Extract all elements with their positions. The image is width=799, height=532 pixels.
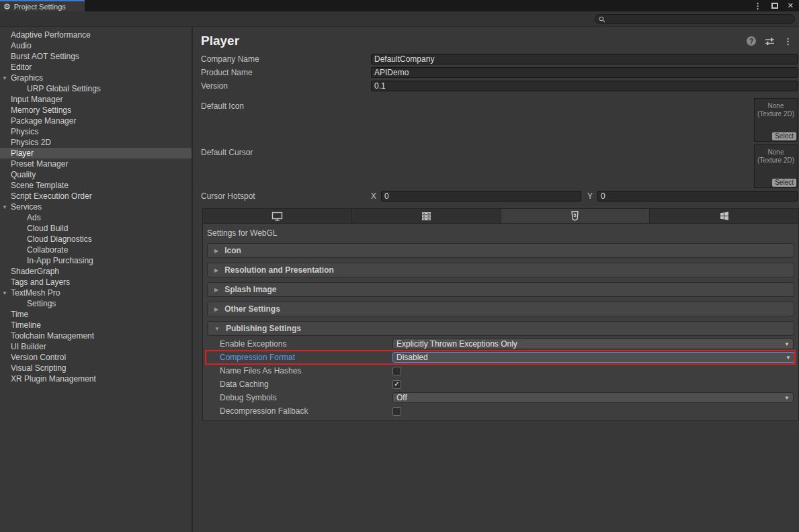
compression-format-label: Compression Format xyxy=(220,353,392,362)
sidebar-item-label: Collaborate xyxy=(27,245,68,255)
sidebar-item[interactable]: Cloud Diagnostics xyxy=(0,234,192,245)
search-input[interactable] xyxy=(607,15,794,24)
foldout-section[interactable]: ▶ Icon xyxy=(207,243,794,258)
sidebar-item[interactable]: Time xyxy=(0,309,192,320)
search-box[interactable] xyxy=(595,14,795,24)
sidebar-item[interactable]: Version Control xyxy=(0,352,192,363)
debug-symbols-label: Debug Symbols xyxy=(220,393,392,402)
company-name-label: Company Name xyxy=(201,54,371,64)
tab-standalone[interactable] xyxy=(203,209,352,223)
foldout-open-icon[interactable]: ▼ xyxy=(2,75,7,81)
sidebar-item[interactable]: Physics xyxy=(0,126,192,137)
data-caching-label: Data Caching xyxy=(220,380,392,389)
sidebar-item[interactable]: Cloud Build xyxy=(0,223,192,234)
sidebar-item-label: Adaptive Performance xyxy=(11,30,91,40)
monitor-icon xyxy=(271,212,283,221)
sidebar-item[interactable]: Toolchain Management xyxy=(0,330,192,341)
product-name-field[interactable]: APIDemo xyxy=(371,67,798,78)
data-caching-checkbox[interactable]: ✓ xyxy=(392,380,401,389)
sidebar-item[interactable]: Player xyxy=(0,148,192,159)
sidebar-item-label: TextMesh Pro xyxy=(11,288,60,298)
player-settings-panel: Player ? ⋮ Company Name DefaultCompan xyxy=(193,27,799,532)
foldout-expanded-icon: ▼ xyxy=(214,326,220,332)
sidebar-item[interactable]: Adaptive Performance xyxy=(0,30,192,40)
decompression-fallback-checkbox[interactable] xyxy=(392,407,401,416)
version-field[interactable]: 0.1 xyxy=(371,81,798,91)
tab-dedicated-server[interactable] xyxy=(352,209,501,223)
sidebar-item-label: Physics xyxy=(11,127,38,136)
default-cursor-select-button[interactable]: Select xyxy=(772,179,796,187)
sidebar-item[interactable]: ▼ TextMesh Pro xyxy=(0,287,192,298)
sidebar-item[interactable]: Visual Scripting xyxy=(0,363,192,373)
foldout-section[interactable]: ▶ Resolution and Presentation xyxy=(207,263,794,277)
sidebar-item-label: Input Manager xyxy=(11,95,62,104)
tab-project-settings[interactable]: ⚙ Project Settings xyxy=(0,0,85,11)
project-settings-window: ⚙ Project Settings ⋮ ✕ Adaptive Performa… xyxy=(0,0,799,532)
sidebar-item[interactable]: Settings xyxy=(0,298,192,309)
sidebar-item[interactable]: ▼ Services xyxy=(0,202,192,212)
compression-format-dropdown[interactable]: Disabled ▼ xyxy=(392,352,795,363)
presets-icon[interactable] xyxy=(765,37,775,46)
close-icon[interactable]: ✕ xyxy=(788,2,794,9)
foldout-section[interactable]: ▶ Splash Image xyxy=(207,282,794,297)
sidebar-item[interactable]: ShaderGraph xyxy=(0,266,192,277)
platform-tab-strip: 5 xyxy=(202,208,799,223)
sidebar-item-label: ShaderGraph xyxy=(11,267,59,276)
sidebar-item[interactable]: Package Manager xyxy=(0,116,192,126)
enable-exceptions-row: Enable Exceptions Explicitly Thrown Exce… xyxy=(203,337,794,351)
identity-fields: Company Name DefaultCompany Product Name… xyxy=(193,52,799,93)
enable-exceptions-label: Enable Exceptions xyxy=(220,339,392,349)
sidebar-item[interactable]: Input Manager xyxy=(0,94,192,105)
windows-icon xyxy=(720,212,729,220)
foldout-open-icon[interactable]: ▼ xyxy=(2,290,7,296)
sidebar-item[interactable]: Quality xyxy=(0,169,192,180)
sidebar-item[interactable]: Script Execution Order xyxy=(0,191,192,202)
sidebar-item-label: Visual Scripting xyxy=(11,363,67,373)
sidebar-item[interactable]: URP Global Settings xyxy=(0,83,192,94)
sidebar-item[interactable]: Editor xyxy=(0,62,192,73)
sidebar-item[interactable]: Ads xyxy=(0,212,192,223)
window-menu-icon[interactable]: ⋮ xyxy=(754,2,762,10)
sidebar-item[interactable]: Physics 2D xyxy=(0,137,192,148)
sidebar-item-label: Toolchain Management xyxy=(11,331,94,341)
sidebar-item[interactable]: Timeline xyxy=(0,320,192,330)
sidebar-item-label: Memory Settings xyxy=(11,105,71,115)
hotspot-x-field[interactable]: 0 xyxy=(381,191,581,202)
titlebar: ⚙ Project Settings ⋮ ✕ xyxy=(0,0,799,11)
sidebar-item[interactable]: ▼ Graphics xyxy=(0,73,192,83)
gear-icon: ⚙ xyxy=(3,3,11,11)
hotspot-y-field[interactable]: 0 xyxy=(597,191,798,202)
default-icon-object-field[interactable]: None (Texture 2D) Select xyxy=(754,98,798,142)
name-files-as-hashes-checkbox[interactable] xyxy=(392,367,401,375)
sidebar-item[interactable]: Collaborate xyxy=(0,245,192,255)
help-icon[interactable]: ? xyxy=(747,36,756,46)
default-cursor-object-field[interactable]: None (Texture 2D) Select xyxy=(754,144,798,188)
sidebar-item[interactable]: XR Plugin Management xyxy=(0,373,192,384)
sidebar-item[interactable]: UI Builder xyxy=(0,341,192,352)
sidebar-item[interactable]: Audio xyxy=(0,40,192,51)
sidebar-item[interactable]: Preset Manager xyxy=(0,159,192,169)
foldout-publishing-settings[interactable]: ▼ Publishing Settings xyxy=(207,321,794,336)
sidebar-item-label: Graphics xyxy=(11,73,43,83)
sidebar-item[interactable]: Burst AOT Settings xyxy=(0,51,192,62)
sidebar-item[interactable]: Tags and Layers xyxy=(0,277,192,287)
debug-symbols-dropdown[interactable]: Off ▼ xyxy=(392,392,794,403)
panel-menu-icon[interactable]: ⋮ xyxy=(784,36,792,46)
webgl-html5-icon: 5 xyxy=(571,211,579,221)
company-name-field[interactable]: DefaultCompany xyxy=(371,54,798,64)
sidebar-item-label: Preset Manager xyxy=(11,159,68,169)
maximize-icon[interactable] xyxy=(771,3,778,9)
decompression-fallback-label: Decompression Fallback xyxy=(220,406,392,416)
sidebar-item[interactable]: Memory Settings xyxy=(0,105,192,116)
sidebar-item-label: Quality xyxy=(11,170,36,179)
sidebar-item[interactable]: In-App Purchasing xyxy=(0,255,192,266)
foldout-open-icon[interactable]: ▼ xyxy=(2,204,7,210)
tab-webgl[interactable]: 5 xyxy=(501,209,650,223)
tab-windows-store[interactable] xyxy=(650,209,798,223)
foldout-section[interactable]: ▶ Other Settings xyxy=(207,302,794,316)
product-name-row: Product Name APIDemo xyxy=(193,66,799,79)
settings-for-webgl-heading: Settings for WebGL xyxy=(203,224,798,243)
default-icon-select-button[interactable]: Select xyxy=(772,132,796,140)
sidebar-item[interactable]: Scene Template xyxy=(0,180,192,191)
enable-exceptions-dropdown[interactable]: Explicitly Thrown Exceptions Only ▼ xyxy=(392,339,794,349)
